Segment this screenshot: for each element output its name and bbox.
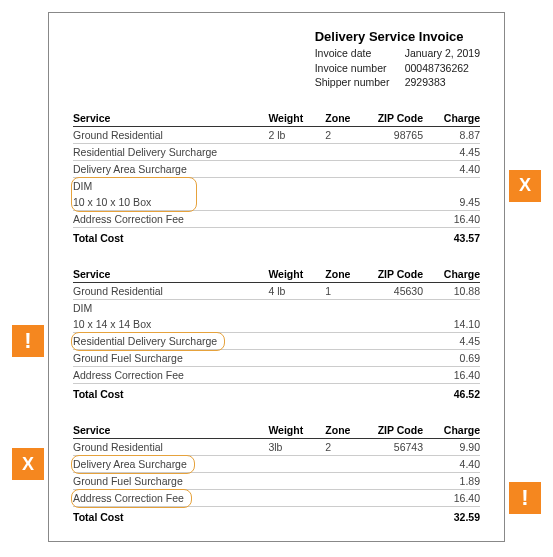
cell-service: DIM bbox=[73, 300, 423, 317]
th-weight: Weight bbox=[268, 422, 325, 439]
total-label: Total Cost bbox=[73, 228, 423, 247]
th-zone: Zone bbox=[325, 266, 366, 283]
invoice-table-1: Service Weight Zone ZIP Code Charge Grou… bbox=[73, 110, 480, 246]
table-row: Delivery Area Surcharge4.40 bbox=[73, 456, 480, 473]
table-row: Ground Residential3lb2567439.90 bbox=[73, 439, 480, 456]
cell-weight bbox=[268, 161, 325, 178]
total-value: 46.52 bbox=[423, 384, 480, 403]
cell-charge: 4.40 bbox=[423, 161, 480, 178]
cell-service: Ground Residential bbox=[73, 439, 268, 456]
cell-zone bbox=[325, 161, 366, 178]
cell-charge: 8.87 bbox=[423, 127, 480, 144]
table-row: Residential Delivery Surcharge4.45 bbox=[73, 333, 480, 350]
invoice-number-row: Invoice number 00048736262 bbox=[315, 61, 480, 76]
cell-service: Address Correction Fee bbox=[73, 211, 268, 228]
th-service: Service bbox=[73, 422, 268, 439]
cell-charge: 14.10 bbox=[423, 316, 480, 333]
cell-service: Ground Fuel Surcharge bbox=[73, 473, 268, 490]
cell-zip bbox=[366, 211, 423, 228]
cell-charge: 16.40 bbox=[423, 211, 480, 228]
th-charge: Charge bbox=[423, 266, 480, 283]
th-charge: Charge bbox=[423, 422, 480, 439]
cell-service: Delivery Area Surcharge bbox=[73, 161, 268, 178]
invoice-date-value: January 2, 2019 bbox=[405, 46, 480, 61]
table-row: Address Correction Fee16.40 bbox=[73, 490, 480, 507]
cell-zone bbox=[325, 490, 366, 507]
table-header-row: Service Weight Zone ZIP Code Charge bbox=[73, 422, 480, 439]
table-row: Address Correction Fee16.40 bbox=[73, 367, 480, 384]
cell-zone bbox=[325, 211, 366, 228]
table-row: 10 x 14 x 14 Box14.10 bbox=[73, 316, 480, 333]
cell-charge: 16.40 bbox=[423, 367, 480, 384]
cell-weight: 4 lb bbox=[268, 283, 325, 300]
cell-weight bbox=[268, 333, 325, 350]
invoice-table-3: Service Weight Zone ZIP Code Charge Grou… bbox=[73, 422, 480, 525]
shipper-number-value: 2929383 bbox=[405, 75, 446, 90]
cell-service: Address Correction Fee bbox=[73, 490, 268, 507]
cell-charge bbox=[423, 300, 480, 317]
cell-service: DIM bbox=[73, 178, 423, 195]
th-weight: Weight bbox=[268, 266, 325, 283]
th-zip: ZIP Code bbox=[366, 266, 423, 283]
th-zip: ZIP Code bbox=[366, 422, 423, 439]
cell-zone bbox=[325, 350, 366, 367]
invoice-header: Delivery Service Invoice Invoice date Ja… bbox=[73, 29, 480, 90]
cell-charge: 16.40 bbox=[423, 490, 480, 507]
total-label: Total Cost bbox=[73, 507, 423, 526]
callout-exclaim-icon: ! bbox=[12, 325, 44, 357]
cell-weight: 3lb bbox=[268, 439, 325, 456]
cell-zip: 98765 bbox=[366, 127, 423, 144]
invoice-page: Delivery Service Invoice Invoice date Ja… bbox=[48, 12, 505, 542]
total-row: Total Cost43.57 bbox=[73, 228, 480, 247]
cell-service-sub: 10 x 14 x 14 Box bbox=[73, 316, 423, 333]
cell-weight bbox=[268, 350, 325, 367]
table-row: DIM bbox=[73, 300, 480, 317]
cell-zip bbox=[366, 473, 423, 490]
cell-weight bbox=[268, 490, 325, 507]
shipper-number-row: Shipper number 2929383 bbox=[315, 75, 480, 90]
total-row: Total Cost46.52 bbox=[73, 384, 480, 403]
table-row: DIM bbox=[73, 178, 480, 195]
cell-charge: 4.45 bbox=[423, 144, 480, 161]
th-weight: Weight bbox=[268, 110, 325, 127]
cell-zone bbox=[325, 144, 366, 161]
cell-service-sub: 10 x 10 x 10 Box bbox=[73, 194, 423, 211]
total-label: Total Cost bbox=[73, 384, 423, 403]
cell-zip bbox=[366, 161, 423, 178]
cell-weight bbox=[268, 456, 325, 473]
callout-x-icon: X bbox=[509, 170, 541, 202]
cell-zone bbox=[325, 456, 366, 473]
cell-weight: 2 lb bbox=[268, 127, 325, 144]
total-value: 32.59 bbox=[423, 507, 480, 526]
cell-zip bbox=[366, 350, 423, 367]
cell-service: Delivery Area Surcharge bbox=[73, 456, 268, 473]
cell-charge: 9.90 bbox=[423, 439, 480, 456]
cell-charge: 0.69 bbox=[423, 350, 480, 367]
callout-x-icon: X bbox=[12, 448, 44, 480]
cell-zip bbox=[366, 367, 423, 384]
cell-zip bbox=[366, 144, 423, 161]
invoice-date-row: Invoice date January 2, 2019 bbox=[315, 46, 480, 61]
invoice-date-label: Invoice date bbox=[315, 46, 399, 61]
table-row: Delivery Area Surcharge4.40 bbox=[73, 161, 480, 178]
cell-zone bbox=[325, 333, 366, 350]
shipper-number-label: Shipper number bbox=[315, 75, 399, 90]
th-service: Service bbox=[73, 110, 268, 127]
cell-zip bbox=[366, 333, 423, 350]
cell-service: Ground Residential bbox=[73, 283, 268, 300]
cell-service: Address Correction Fee bbox=[73, 367, 268, 384]
total-value: 43.57 bbox=[423, 228, 480, 247]
table-row: 10 x 10 x 10 Box9.45 bbox=[73, 194, 480, 211]
table-header-row: Service Weight Zone ZIP Code Charge bbox=[73, 110, 480, 127]
cell-weight bbox=[268, 473, 325, 490]
cell-zip bbox=[366, 456, 423, 473]
cell-charge: 4.45 bbox=[423, 333, 480, 350]
invoice-table-2: Service Weight Zone ZIP Code Charge Grou… bbox=[73, 266, 480, 402]
cell-weight bbox=[268, 211, 325, 228]
th-charge: Charge bbox=[423, 110, 480, 127]
th-zone: Zone bbox=[325, 422, 366, 439]
cell-zone bbox=[325, 473, 366, 490]
table-row: Residential Delivery Surcharge4.45 bbox=[73, 144, 480, 161]
cell-charge: 1.89 bbox=[423, 473, 480, 490]
cell-zip: 45630 bbox=[366, 283, 423, 300]
